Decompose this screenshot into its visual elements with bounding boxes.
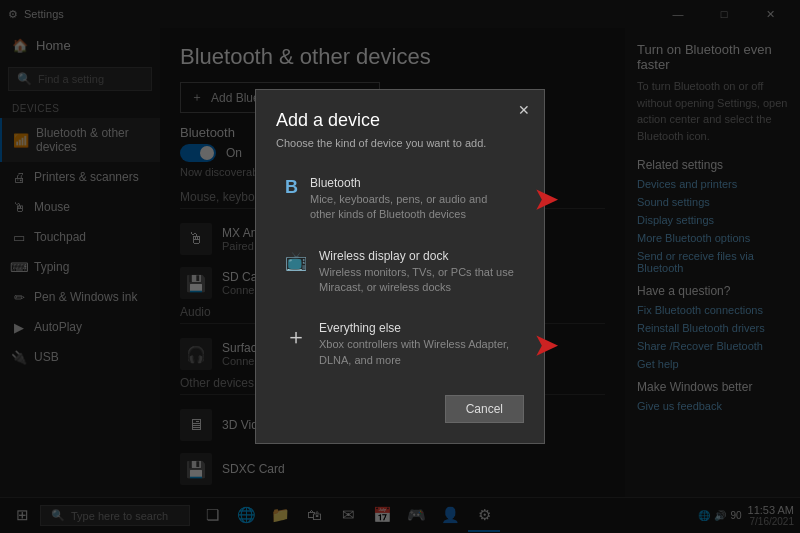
modal-close-button[interactable]: ✕ (512, 98, 536, 122)
modal-footer: Cancel (276, 395, 524, 423)
bluetooth-option-desc: Mice, keyboards, pens, or audio and othe… (310, 192, 515, 223)
modal-option-bluetooth[interactable]: B Bluetooth Mice, keyboards, pens, or au… (276, 165, 524, 234)
modal-option-everything-else[interactable]: ＋ Everything else Xbox controllers with … (276, 310, 524, 379)
arrow-bluetooth: ➤ (534, 183, 557, 216)
modal-option-wireless-display[interactable]: 📺 Wireless display or dock Wireless moni… (276, 238, 524, 307)
wireless-display-label: Wireless display or dock (319, 249, 515, 263)
bluetooth-option-info: Bluetooth Mice, keyboards, pens, or audi… (310, 176, 515, 223)
everything-else-icon: ＋ (285, 322, 307, 352)
cancel-button[interactable]: Cancel (445, 395, 524, 423)
wireless-display-icon: 📺 (285, 250, 307, 272)
add-device-modal: ✕ Add a device Choose the kind of device… (255, 89, 545, 444)
bluetooth-option-label: Bluetooth (310, 176, 515, 190)
wireless-display-desc: Wireless monitors, TVs, or PCs that use … (319, 265, 515, 296)
everything-else-label: Everything else (319, 321, 515, 335)
arrow-everything: ➤ (534, 328, 557, 361)
everything-else-desc: Xbox controllers with Wireless Adapter, … (319, 337, 515, 368)
modal-subtitle: Choose the kind of device you want to ad… (276, 137, 524, 149)
modal-overlay: ✕ Add a device Choose the kind of device… (0, 0, 800, 533)
everything-else-info: Everything else Xbox controllers with Wi… (319, 321, 515, 368)
wireless-display-info: Wireless display or dock Wireless monito… (319, 249, 515, 296)
modal-title: Add a device (276, 110, 524, 131)
bluetooth-option-icon: B (285, 177, 298, 198)
